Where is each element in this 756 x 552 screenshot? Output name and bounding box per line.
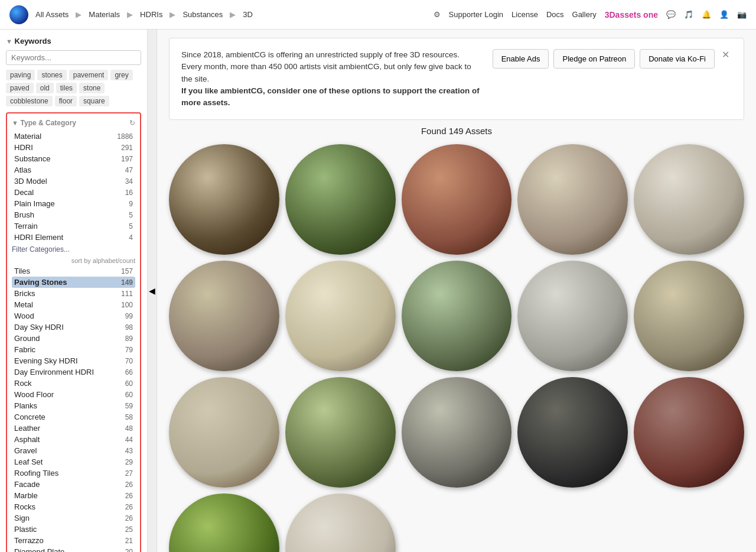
asset-sphere[interactable] bbox=[402, 261, 512, 371]
sidebar: ▼ Keywords pavingstonespavementgreypaved… bbox=[0, 30, 148, 552]
nav-materials[interactable]: Materials bbox=[89, 10, 120, 19]
category-list-item[interactable]: Rocks26 bbox=[12, 501, 135, 512]
category-list-item[interactable]: Terrazzo21 bbox=[12, 535, 135, 546]
asset-sphere[interactable] bbox=[634, 377, 744, 488]
type-list-item[interactable]: Brush5 bbox=[12, 209, 135, 220]
asset-sphere[interactable] bbox=[169, 144, 279, 255]
nav-all-assets[interactable]: All Assets bbox=[35, 10, 69, 19]
asset-sphere[interactable] bbox=[169, 261, 279, 371]
type-list-item[interactable]: HDRI Element4 bbox=[12, 232, 135, 243]
nav-hdris[interactable]: HDRIs bbox=[140, 10, 162, 19]
nav-icon-2: 🎵 bbox=[684, 10, 693, 19]
nav-license[interactable]: License bbox=[511, 10, 538, 19]
nav-3d[interactable]: 3D bbox=[243, 10, 253, 19]
asset-sphere[interactable] bbox=[402, 144, 512, 255]
asset-sphere[interactable] bbox=[402, 377, 512, 488]
keyword-tag[interactable]: grey bbox=[110, 70, 132, 80]
category-list-item[interactable]: Wood Floor60 bbox=[12, 389, 135, 400]
top-navigation: All Assets ▶ Materials ▶ HDRIs ▶ Substan… bbox=[0, 0, 756, 30]
category-list-item[interactable]: Tiles157 bbox=[12, 265, 135, 277]
category-list-item[interactable]: Asphalt44 bbox=[12, 434, 135, 445]
type-list-item[interactable]: Material1886 bbox=[12, 131, 135, 142]
keyword-tag[interactable]: square bbox=[79, 96, 109, 106]
asset-sphere[interactable] bbox=[285, 377, 396, 488]
category-list-item[interactable]: Marble26 bbox=[12, 490, 135, 501]
category-list-item[interactable]: Leather48 bbox=[12, 423, 135, 434]
asset-sphere[interactable] bbox=[285, 493, 396, 552]
nav-right: ⚙ Supporter Login License Docs Gallery 3… bbox=[434, 10, 747, 20]
nav-supporter-login[interactable]: Supporter Login bbox=[449, 10, 504, 19]
type-category-header: ▼ Type & Category ↻ bbox=[12, 118, 135, 127]
keyword-tag[interactable]: floor bbox=[55, 96, 77, 106]
keyword-tag[interactable]: paved bbox=[6, 83, 34, 93]
keyword-tag[interactable]: tiles bbox=[56, 83, 77, 93]
asset-sphere[interactable] bbox=[169, 493, 279, 552]
category-list-item[interactable]: Bricks111 bbox=[12, 288, 135, 299]
nav-brand[interactable]: 3Dassets one bbox=[605, 10, 658, 20]
type-list-item[interactable]: HDRI291 bbox=[12, 142, 135, 153]
category-list-item[interactable]: Metal100 bbox=[12, 299, 135, 310]
category-list-item[interactable]: Planks59 bbox=[12, 400, 135, 411]
logo[interactable] bbox=[9, 5, 28, 24]
assets-found-heading: Found 149 Assets bbox=[157, 126, 756, 136]
type-list-item[interactable]: Substance197 bbox=[12, 153, 135, 164]
type-list-item[interactable]: Plain Image9 bbox=[12, 198, 135, 209]
category-list-item[interactable]: Roofing Tiles27 bbox=[12, 467, 135, 479]
nav-gallery[interactable]: Gallery bbox=[572, 10, 597, 19]
category-list-item[interactable]: Evening Sky HDRI70 bbox=[12, 355, 135, 366]
category-list-item[interactable]: Leaf Set29 bbox=[12, 456, 135, 467]
enable-ads-button[interactable]: Enable Ads bbox=[493, 49, 549, 69]
category-list-item[interactable]: Sign26 bbox=[12, 512, 135, 524]
category-list-item[interactable]: Rock60 bbox=[12, 378, 135, 389]
asset-sphere[interactable] bbox=[517, 144, 628, 255]
keywords-input[interactable] bbox=[6, 50, 141, 65]
type-category-icon[interactable]: ↻ bbox=[129, 119, 135, 127]
category-list-item[interactable]: Day Environment HDRI66 bbox=[12, 366, 135, 378]
keyword-tag[interactable]: stones bbox=[37, 70, 66, 80]
keyword-tag[interactable]: pavement bbox=[69, 70, 109, 80]
collapse-sidebar-button[interactable]: ◀ bbox=[148, 30, 157, 552]
type-list-item[interactable]: Atlas47 bbox=[12, 164, 135, 176]
nav-settings-icon[interactable]: ⚙ bbox=[434, 10, 441, 19]
category-list-item[interactable]: Wood99 bbox=[12, 310, 135, 322]
category-list-item[interactable]: Ground89 bbox=[12, 333, 135, 344]
category-list-item[interactable]: Plastic25 bbox=[12, 524, 135, 535]
asset-sphere[interactable] bbox=[169, 377, 279, 488]
banner-actions: Enable Ads Pledge on Patreon Donate via … bbox=[493, 49, 732, 69]
logo-icon bbox=[9, 5, 28, 24]
category-list-item[interactable]: Concrete58 bbox=[12, 411, 135, 423]
keyword-tag[interactable]: paving bbox=[6, 70, 35, 80]
category-list-item[interactable]: Fabric79 bbox=[12, 344, 135, 355]
nav-icon-4: 👤 bbox=[719, 10, 729, 19]
category-list-item[interactable]: Facade26 bbox=[12, 479, 135, 490]
nav-left: All Assets ▶ Materials ▶ HDRIs ▶ Substan… bbox=[9, 5, 253, 24]
keyword-tag[interactable]: cobblestone bbox=[6, 96, 53, 106]
asset-sphere[interactable] bbox=[517, 261, 628, 371]
keyword-tags: pavingstonespavementgreypavedoldtilessto… bbox=[6, 70, 141, 106]
category-list-item[interactable]: Gravel43 bbox=[12, 445, 135, 456]
keyword-tag[interactable]: old bbox=[36, 83, 54, 93]
category-list-item[interactable]: Paving Stones149 bbox=[12, 277, 135, 288]
type-list-item[interactable]: 3D Model34 bbox=[12, 176, 135, 187]
category-list-item[interactable]: Day Sky HDRI98 bbox=[12, 322, 135, 333]
type-list-item[interactable]: Decal16 bbox=[12, 187, 135, 198]
nav-icon-5: 📷 bbox=[737, 10, 747, 19]
type-list-item[interactable]: Terrain5 bbox=[12, 220, 135, 232]
close-banner-button[interactable]: ✕ bbox=[719, 49, 732, 60]
asset-sphere[interactable] bbox=[285, 144, 396, 255]
banner-line1: Since 2018, ambientCG is offering an unr… bbox=[181, 49, 481, 61]
banner-line3: If you like ambientCG, consider one of t… bbox=[181, 85, 481, 109]
sort-line: sort by alphabet/count bbox=[12, 257, 135, 264]
asset-sphere[interactable] bbox=[634, 261, 744, 371]
category-list-item[interactable]: Diamond Plate20 bbox=[12, 546, 135, 552]
keyword-tag[interactable]: stone bbox=[79, 83, 105, 93]
asset-sphere[interactable] bbox=[634, 144, 744, 255]
asset-sphere[interactable] bbox=[517, 377, 628, 488]
filter-categories-link[interactable]: Filter Categories... bbox=[12, 245, 135, 254]
nav-substances[interactable]: Substances bbox=[183, 10, 223, 19]
donate-kofi-button[interactable]: Donate via Ko-Fi bbox=[640, 49, 715, 69]
asset-sphere[interactable] bbox=[285, 261, 396, 371]
nav-docs[interactable]: Docs bbox=[546, 10, 564, 19]
keywords-heading: ▼ Keywords bbox=[6, 37, 141, 46]
pledge-patreon-button[interactable]: Pledge on Patreon bbox=[553, 49, 635, 69]
